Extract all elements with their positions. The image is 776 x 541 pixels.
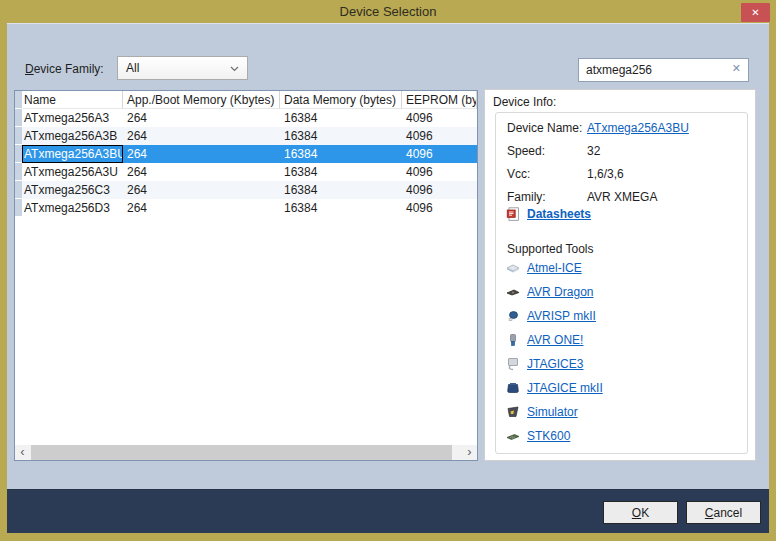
column-header-eeprom[interactable]: EEPROM (bytes) xyxy=(402,91,477,109)
simulator-icon xyxy=(505,404,521,420)
column-header-name[interactable]: Name xyxy=(22,91,123,109)
table-header-row: Name App./Boot Memory (Kbytes) Data Memo… xyxy=(15,91,477,109)
vcc-label: Vcc: xyxy=(507,166,587,182)
device-info-title: Device Info: xyxy=(493,95,556,109)
atmel-ice-icon xyxy=(505,260,521,276)
family-label: Family: xyxy=(507,189,587,205)
close-icon: ✕ xyxy=(751,7,759,18)
row-header-gutter xyxy=(15,199,22,217)
cell-eeprom: 4096 xyxy=(402,181,477,199)
cell-data-memory: 16384 xyxy=(280,199,402,217)
titlebar[interactable]: Device Selection ✕ xyxy=(0,0,776,23)
ok-button-label: OK xyxy=(632,506,649,520)
table-row-selected[interactable]: ATxmega256A3BU 264 16384 4096 xyxy=(15,145,477,163)
table-row[interactable]: ATxmega256A3U 264 16384 4096 xyxy=(15,163,477,181)
tool-link-avr-dragon[interactable]: AVR Dragon xyxy=(527,285,593,299)
row-header-gutter xyxy=(15,145,22,163)
column-header-data-memory[interactable]: Data Memory (bytes) xyxy=(280,91,402,109)
device-info-box: Device Name: ATxmega256A3BU Speed: 32 Vc… xyxy=(495,112,748,454)
vcc-value: 1,6/3,6 xyxy=(587,166,624,182)
device-name-link[interactable]: ATxmega256A3BU xyxy=(587,120,689,136)
stk600-icon xyxy=(505,428,521,444)
avr-dragon-icon xyxy=(505,284,521,300)
cell-data-memory: 16384 xyxy=(280,163,402,181)
cell-name: ATxmega256A3BU xyxy=(22,145,123,163)
cancel-button-label: Cancel xyxy=(705,506,742,520)
cell-app-boot: 264 xyxy=(123,181,280,199)
table-row[interactable]: ATxmega256A3B 264 16384 4096 xyxy=(15,127,477,145)
cell-name: ATxmega256A3B xyxy=(22,127,123,145)
tool-link-jtagice-mkii[interactable]: JTAGICE mkII xyxy=(527,381,603,395)
device-table: Name App./Boot Memory (Kbytes) Data Memo… xyxy=(14,90,478,461)
horizontal-scrollbar[interactable]: ‹ › xyxy=(15,445,477,460)
footer-bar: OK Cancel xyxy=(7,489,769,533)
ok-button[interactable]: OK xyxy=(603,501,678,524)
scrollbar-thumb[interactable] xyxy=(31,445,452,460)
cell-name: ATxmega256A3 xyxy=(22,109,123,127)
device-selection-dialog: Device Selection ✕ Device Family: All ✕ … xyxy=(0,0,776,541)
cell-eeprom: 4096 xyxy=(402,163,477,181)
device-family-label: Device Family: xyxy=(25,62,104,76)
search-box: ✕ xyxy=(578,58,749,82)
cell-data-memory: 16384 xyxy=(280,109,402,127)
cell-name: ATxmega256C3 xyxy=(22,181,123,199)
cell-data-memory: 16384 xyxy=(280,145,402,163)
datasheets-link[interactable]: Datasheets xyxy=(527,207,591,221)
table-row[interactable]: ATxmega256D3 264 16384 4096 xyxy=(15,199,477,217)
speed-label: Speed: xyxy=(507,143,587,159)
column-header-app-boot[interactable]: App./Boot Memory (Kbytes) xyxy=(123,91,280,109)
device-info-panel: Device Info: Device Name: ATxmega256A3BU… xyxy=(484,89,756,461)
device-family-select[interactable]: All xyxy=(117,56,248,80)
tool-link-stk600[interactable]: STK600 xyxy=(527,429,570,443)
tool-link-avrisp-mkii[interactable]: AVRISP mkII xyxy=(527,309,596,323)
search-input[interactable] xyxy=(579,59,724,81)
scroll-left-icon[interactable]: ‹ xyxy=(15,445,30,460)
cell-name: ATxmega256A3U xyxy=(22,163,123,181)
cell-eeprom: 4096 xyxy=(402,199,477,217)
supported-tools-title: Supported Tools xyxy=(507,242,594,256)
tool-link-jtagice3[interactable]: JTAGICE3 xyxy=(527,357,583,371)
chevron-down-icon xyxy=(230,66,239,72)
device-name-label: Device Name: xyxy=(507,120,587,136)
cell-app-boot: 264 xyxy=(123,163,280,181)
cell-app-boot: 264 xyxy=(123,145,280,163)
row-header-gutter xyxy=(15,91,22,109)
avr-one-icon xyxy=(505,332,521,348)
cell-app-boot: 264 xyxy=(123,199,280,217)
jtagice3-icon xyxy=(505,356,521,372)
row-header-gutter xyxy=(15,109,22,127)
dialog-client-area: Device Family: All ✕ Name App./Boot Memo… xyxy=(7,23,769,533)
tool-link-avr-one[interactable]: AVR ONE! xyxy=(527,333,583,347)
row-header-gutter xyxy=(15,127,22,145)
table-row[interactable]: ATxmega256C3 264 16384 4096 xyxy=(15,181,477,199)
cell-eeprom: 4096 xyxy=(402,127,477,145)
cell-eeprom: 4096 xyxy=(402,109,477,127)
close-button[interactable]: ✕ xyxy=(741,3,770,22)
cell-data-memory: 16384 xyxy=(280,127,402,145)
speed-value: 32 xyxy=(587,143,600,159)
cell-name: ATxmega256D3 xyxy=(22,199,123,217)
cell-app-boot: 264 xyxy=(123,127,280,145)
pdf-icon xyxy=(505,206,521,222)
row-header-gutter xyxy=(15,181,22,199)
cell-eeprom: 4096 xyxy=(402,145,477,163)
table-row[interactable]: ATxmega256A3 264 16384 4096 xyxy=(15,109,477,127)
family-value: AVR XMEGA xyxy=(587,189,657,205)
device-family-value: All xyxy=(126,61,139,75)
scroll-right-icon[interactable]: › xyxy=(462,445,477,460)
cell-app-boot: 264 xyxy=(123,109,280,127)
jtagice-mkii-icon xyxy=(505,380,521,396)
search-clear-icon[interactable]: ✕ xyxy=(732,62,741,75)
avrisp-mkii-icon xyxy=(505,308,521,324)
row-header-gutter xyxy=(15,163,22,181)
tool-link-atmel-ice[interactable]: Atmel-ICE xyxy=(527,261,582,275)
cancel-button[interactable]: Cancel xyxy=(686,501,761,524)
dialog-title: Device Selection xyxy=(340,4,437,19)
cell-data-memory: 16384 xyxy=(280,181,402,199)
tool-link-simulator[interactable]: Simulator xyxy=(527,405,578,419)
